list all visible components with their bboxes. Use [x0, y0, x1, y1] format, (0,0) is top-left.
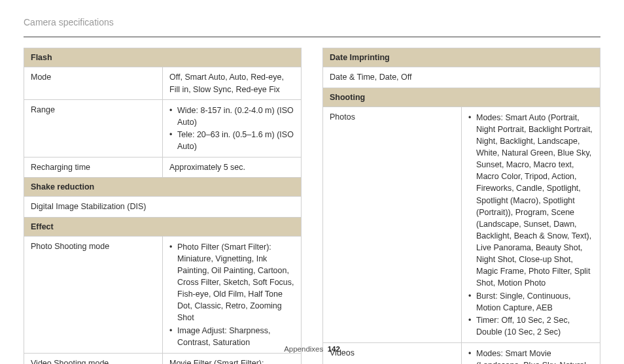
effect-header: Effect	[24, 217, 302, 236]
photos-bullet-3: Timer: Off, 10 Sec, 2 Sec, Double (10 Se…	[468, 314, 593, 338]
shake-header: Shake reduction	[24, 178, 302, 197]
flash-header: Flash	[24, 48, 302, 67]
photo-mode-bullet-1: Photo Filter (Smart Filter): Miniature, …	[169, 241, 294, 324]
date-value: Date & Time, Date, Off	[323, 67, 600, 88]
left-table: Flash Mode Off, Smart Auto, Auto, Red-ey…	[24, 48, 302, 364]
left-column: Flash Mode Off, Smart Auto, Auto, Red-ey…	[24, 48, 302, 364]
flash-range-value: Wide: 8-157 in. (0.2-4.0 m) (ISO Auto) T…	[163, 99, 302, 157]
footer: Appendixes 142	[0, 344, 624, 355]
photos-value: Modes: Smart Auto (Portrait, Night Portr…	[462, 107, 600, 342]
right-table: Date Imprinting Date & Time, Date, Off S…	[322, 48, 600, 364]
photos-label: Photos	[323, 107, 462, 342]
page-title: Camera specifications	[24, 16, 600, 29]
flash-range-bullet-1: Wide: 8-157 in. (0.2-4.0 m) (ISO Auto)	[169, 105, 294, 128]
photo-mode-label: Photo Shooting mode	[24, 236, 163, 353]
date-header: Date Imprinting	[323, 48, 600, 67]
flash-mode-value: Off, Smart Auto, Auto, Red-eye, Fill in,…	[163, 67, 302, 99]
photos-bullet-2: Burst: Single, Continuous, Motion Captur…	[468, 290, 593, 314]
right-column: Date Imprinting Date & Time, Date, Off S…	[322, 48, 600, 364]
columns: Flash Mode Off, Smart Auto, Auto, Red-ey…	[24, 48, 600, 364]
flash-recharge-label: Recharging time	[24, 157, 163, 178]
shake-value: Digital Image Stabilization (DIS)	[24, 197, 302, 217]
footer-label: Appendixes	[284, 345, 323, 353]
flash-range-bullet-2: Tele: 20–63 in. (0.5–1.6 m) (ISO Auto)	[169, 129, 294, 152]
flash-recharge-value: Approximately 5 sec.	[163, 157, 302, 178]
flash-mode-label: Mode	[24, 67, 163, 99]
photo-mode-value: Photo Filter (Smart Filter): Miniature, …	[163, 236, 302, 353]
shooting-header: Shooting	[323, 88, 600, 107]
flash-range-label: Range	[24, 99, 163, 157]
photos-bullet-1: Modes: Smart Auto (Portrait, Night Portr…	[468, 112, 593, 290]
divider	[24, 37, 600, 37]
footer-page-number: 142	[328, 345, 340, 353]
